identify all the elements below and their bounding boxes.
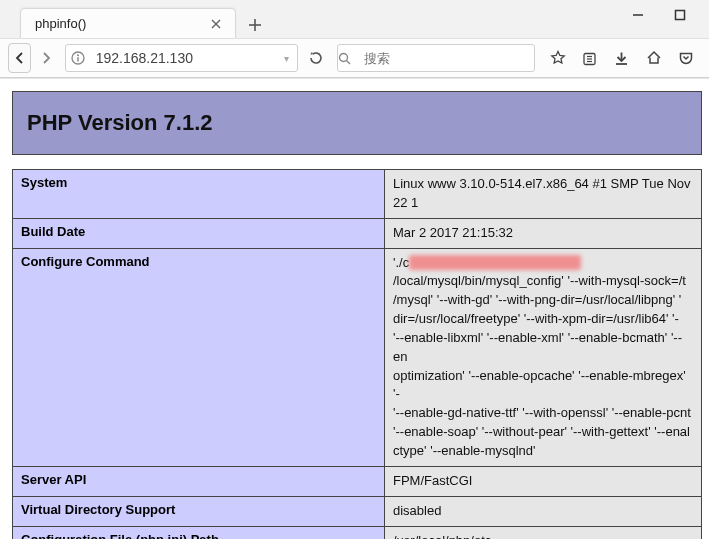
phpinfo-table: SystemLinux www 3.10.0-514.el7.x86_64 #1…: [12, 169, 702, 539]
table-row: Virtual Directory Supportdisabled: [13, 496, 702, 526]
info-key: Configure Command: [13, 248, 385, 466]
window-maximize-button[interactable]: [673, 8, 687, 22]
downloads-icon[interactable]: [613, 49, 631, 67]
new-tab-button[interactable]: [242, 12, 268, 38]
table-row: Build DateMar 2 2017 21:15:32: [13, 218, 702, 248]
search-bar[interactable]: [337, 44, 535, 72]
home-icon[interactable]: [645, 49, 663, 67]
table-row: Configure Command'./cxxxxxxxx/local/mysq…: [13, 248, 702, 466]
page-viewport: PHP Version 7.1.2 SystemLinux www 3.10.0…: [0, 78, 709, 539]
info-value: disabled: [385, 496, 702, 526]
table-row: Server APIFPM/FastCGI: [13, 466, 702, 496]
info-key: Server API: [13, 466, 385, 496]
tab-title: phpinfo(): [35, 16, 207, 31]
table-row: Configuration File (php.ini) Path/usr/lo…: [13, 526, 702, 539]
browser-tabbar: phpinfo(): [0, 0, 709, 38]
bookmark-star-icon[interactable]: [549, 49, 567, 67]
address-bar[interactable]: ▾: [65, 44, 298, 72]
tab-close-button[interactable]: [207, 15, 225, 33]
pocket-icon[interactable]: [677, 49, 695, 67]
page-title: PHP Version 7.1.2: [27, 110, 687, 136]
table-row: SystemLinux www 3.10.0-514.el7.x86_64 #1…: [13, 170, 702, 219]
info-key: System: [13, 170, 385, 219]
info-key: Configuration File (php.ini) Path: [13, 526, 385, 539]
info-value: './cxxxxxxxx/local/mysql/bin/mysql_confi…: [385, 248, 702, 466]
reload-button[interactable]: [306, 44, 327, 72]
back-button[interactable]: [8, 43, 31, 73]
forward-button[interactable]: [35, 44, 56, 72]
search-icon: [338, 52, 362, 65]
window-minimize-button[interactable]: [631, 8, 645, 22]
browser-toolbar: ▾: [0, 38, 709, 78]
info-value: FPM/FastCGI: [385, 466, 702, 496]
info-value: Linux www 3.10.0-514.el7.x86_64 #1 SMP T…: [385, 170, 702, 219]
url-input[interactable]: [90, 50, 277, 66]
library-icon[interactable]: [581, 49, 599, 67]
info-value: Mar 2 2017 21:15:32: [385, 218, 702, 248]
phpinfo-header: PHP Version 7.1.2: [12, 91, 702, 155]
info-value: /usr/local/php/etc: [385, 526, 702, 539]
search-input[interactable]: [362, 50, 534, 67]
info-key: Build Date: [13, 218, 385, 248]
browser-tab-active[interactable]: phpinfo(): [20, 8, 236, 38]
svg-point-9: [339, 53, 347, 61]
url-dropdown-icon[interactable]: ▾: [277, 53, 297, 64]
info-key: Virtual Directory Support: [13, 496, 385, 526]
svg-rect-1: [676, 11, 685, 20]
svg-line-10: [346, 60, 350, 64]
site-info-icon[interactable]: [66, 51, 90, 65]
svg-point-7: [77, 54, 79, 56]
